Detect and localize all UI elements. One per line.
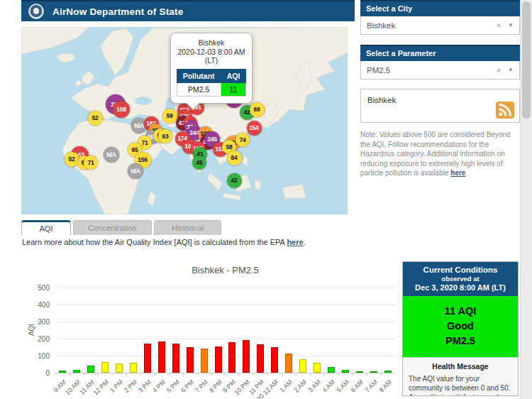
- observed-at-label: observed at: [406, 275, 515, 283]
- chart-bar[interactable]: [73, 370, 80, 373]
- chart-x-tick: [183, 373, 184, 376]
- tooltip-col-pollutant: Pollutant: [177, 69, 221, 82]
- current-conditions-title: Current Conditions: [406, 266, 515, 274]
- aqi-pollutant: PM2.5: [403, 334, 518, 349]
- chart-bar[interactable]: [271, 347, 278, 373]
- chart-bar[interactable]: [257, 344, 264, 373]
- map-aqi-marker[interactable]: 45: [192, 155, 206, 170]
- health-message-block: Health Message The AQI value for your co…: [403, 357, 518, 396]
- chart-bar[interactable]: [228, 342, 235, 373]
- map-aqi-marker[interactable]: 158: [113, 101, 130, 118]
- chevron-down-icon[interactable]: ▼: [508, 67, 514, 73]
- tooltip-pollutant-value: PM2.5: [177, 82, 221, 96]
- chart-x-tick: [296, 373, 297, 376]
- aqi-world-map[interactable]: 21315852N/A18768N/A546359716515616352627…: [21, 27, 348, 214]
- map-aqi-marker[interactable]: 69: [250, 102, 265, 117]
- tab-historical[interactable]: Historical: [154, 220, 221, 235]
- chart-x-tick: [381, 373, 382, 376]
- chart-bar[interactable]: [87, 366, 94, 373]
- clear-icon[interactable]: ×: [497, 21, 501, 30]
- map-aqi-marker[interactable]: 74: [235, 133, 250, 147]
- chart-bar[interactable]: [342, 370, 349, 373]
- chart-bar[interactable]: [314, 363, 321, 373]
- map-aqi-marker[interactable]: 71: [84, 155, 98, 170]
- chart-x-tick: [282, 373, 282, 376]
- chart-x-tick: [253, 373, 254, 376]
- tooltip-table: Pollutant AQI PM2.5 11: [177, 69, 247, 97]
- app-header: AirNow Department of State: [21, 0, 355, 21]
- chart-y-tick-label: 200: [27, 335, 50, 343]
- vertical-scrollbar[interactable]: [520, 0, 532, 399]
- aqi-summary-block: 11 AQI Good PM2.5: [403, 296, 518, 357]
- chart-x-tick: [126, 373, 127, 376]
- map-aqi-marker[interactable]: 52: [88, 111, 103, 126]
- map-aqi-marker[interactable]: N/A: [104, 147, 119, 163]
- city-select[interactable]: Bishkek × ▼: [360, 16, 520, 35]
- map-aqi-marker[interactable]: 42: [227, 173, 242, 188]
- chart-x-tick: [112, 373, 113, 376]
- parameter-select-box: Select a Parameter PM2.5 × ▼: [360, 45, 520, 80]
- chevron-down-icon[interactable]: ▼: [508, 22, 514, 28]
- parameter-select[interactable]: PM2.5 × ▼: [360, 61, 520, 80]
- chart-bar[interactable]: [285, 354, 292, 373]
- learn-more-here-link[interactable]: here: [287, 238, 303, 246]
- chart-bar[interactable]: [370, 371, 377, 373]
- feed-box[interactable]: Bishkek: [360, 89, 520, 123]
- chart-bar[interactable]: [130, 363, 137, 373]
- chart-x-tick: [70, 373, 70, 376]
- map-aqi-marker[interactable]: 154: [247, 121, 262, 136]
- parameter-select-label: Select a Parameter: [360, 45, 520, 61]
- note-text: Note: Values above 500 are considered Be…: [360, 131, 511, 177]
- chart-bar[interactable]: [158, 341, 165, 373]
- chart-bar[interactable]: [356, 371, 363, 373]
- chart-plot-area: 01002003004005009 AM10 AM11 AM12 PM1 PM2…: [55, 288, 395, 373]
- tab-concentration[interactable]: Concentration: [73, 220, 152, 235]
- parameter-select-value: PM2.5: [367, 66, 497, 75]
- chart-gridline: [55, 288, 395, 288]
- chart-bar[interactable]: [59, 371, 66, 373]
- city-select-label: Select a City: [360, 0, 520, 16]
- note-here-link[interactable]: here: [450, 169, 465, 177]
- chart-bar[interactable]: [144, 344, 151, 373]
- chart-gridline: [55, 356, 395, 356]
- chart-x-tick: [169, 373, 170, 376]
- clear-icon[interactable]: ×: [497, 66, 501, 75]
- chart-x-tick: [226, 373, 226, 376]
- map-aqi-marker[interactable]: 63: [158, 129, 172, 143]
- chart-gridline: [55, 339, 395, 339]
- chart-x-tick: [197, 373, 198, 376]
- chart-tabs: AQIConcentrationHistorical: [21, 220, 223, 235]
- chart-x-tick: [353, 373, 353, 376]
- chart-bar[interactable]: [243, 340, 250, 373]
- rss-icon[interactable]: [496, 102, 514, 119]
- chart-x-tick: [267, 373, 268, 376]
- chart-bar[interactable]: [328, 367, 335, 373]
- tab-aqi[interactable]: AQI: [21, 220, 71, 235]
- scrollbar-thumb[interactable]: [522, 1, 531, 119]
- chart-x-tick: [55, 373, 56, 376]
- chart-bar[interactable]: [201, 349, 208, 373]
- aqi-bar-chart: Bishkek - PM2.5 AQI 01002003004005009 AM…: [21, 259, 399, 399]
- chart-gridline: [55, 322, 395, 322]
- learn-more-text: Learn more about how the Air Quality Ind…: [22, 238, 287, 246]
- learn-more-line: Learn more about how the Air Quality Ind…: [22, 238, 306, 246]
- chart-bar[interactable]: [116, 364, 123, 373]
- tooltip-city: Bishkek: [174, 38, 249, 48]
- map-aqi-marker[interactable]: 59: [162, 109, 177, 124]
- chart-bar[interactable]: [215, 346, 222, 373]
- map-aqi-marker[interactable]: N/A: [128, 163, 143, 179]
- chart-bar[interactable]: [384, 371, 392, 373]
- chart-bar[interactable]: [172, 344, 179, 373]
- map-aqi-marker[interactable]: 84: [227, 151, 242, 165]
- chart-x-tick: [140, 373, 141, 376]
- chart-y-tick-label: 400: [27, 301, 50, 309]
- app-title: AirNow Department of State: [52, 6, 183, 17]
- chart-x-tick: [324, 373, 325, 376]
- chart-bar[interactable]: [101, 362, 109, 373]
- chart-x-tick: [211, 373, 212, 376]
- chart-bar[interactable]: [187, 347, 194, 373]
- health-message-text: The AQI value for your community is betw…: [409, 374, 512, 396]
- city-select-box: Select a City Bishkek × ▼: [360, 0, 520, 35]
- chart-bar[interactable]: [299, 359, 306, 373]
- dos-seal-logo-icon: [28, 4, 44, 19]
